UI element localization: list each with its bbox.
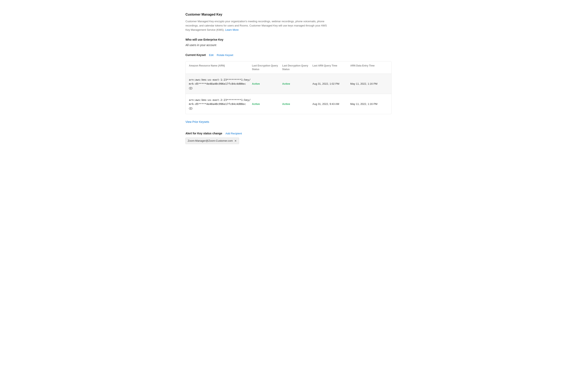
col-header-encryption: Last Encryption Query Status <box>252 64 282 71</box>
rotate-keyset-link[interactable]: Rotate Keyset <box>217 53 233 57</box>
who-will-use-section: Who will use Enterprise Key All users in… <box>185 37 392 47</box>
arn-text-1: arn:aws:kms:us-east-1:23*********1:key/m… <box>189 78 252 86</box>
query-time-1: Aug 31, 2022, 1:02 PM <box>313 82 350 86</box>
col-header-decryption: Last Decryption Query Status <box>282 64 313 71</box>
arn-text-2: arn:aws:kms:us-east-2:23*********1:key/m… <box>189 98 252 106</box>
arn-cell-2: arn:aws:kms:us-east-2:23*********1:key/m… <box>189 98 252 110</box>
keyset-table: Amazon Resource Name (ARN) Last Encrypti… <box>185 61 392 114</box>
col-header-entry-time: ARN Data Entry Time <box>350 64 388 71</box>
table-row: arn:aws:kms:us-east-2:23*********1:key/m… <box>186 94 391 114</box>
header-section: Customer Managed Key Customer Managed Ke… <box>185 12 392 32</box>
add-recipient-link[interactable]: Add Recipient <box>225 132 242 136</box>
decryption-status-1: Active <box>282 82 313 86</box>
page-description: Customer Managed Key encrypts your organ… <box>185 19 331 32</box>
edit-link[interactable]: Edit <box>209 53 213 57</box>
email-address: Zoom-Manager@Zoom-Customer.com <box>188 139 233 143</box>
page-title: Customer Managed Key <box>185 12 392 17</box>
alert-header: Alert for Key status change Add Recipien… <box>185 131 392 136</box>
table-header-row: Amazon Resource Name (ARN) Last Encrypti… <box>186 61 391 74</box>
col-header-query-time: Last ARN Query Time <box>313 64 350 71</box>
keyset-header: Current Keyset Edit Rotate Keyset <box>185 53 392 57</box>
entry-time-2: May 11, 2022, 1:16 PM <box>350 102 388 106</box>
current-keyset-section: Current Keyset Edit Rotate Keyset Amazon… <box>185 53 392 114</box>
email-tag: Zoom-Manager@Zoom-Customer.com ✕ <box>185 138 239 144</box>
decryption-status-2: Active <box>282 102 313 106</box>
remove-email-button[interactable]: ✕ <box>234 140 237 142</box>
entry-time-1: May 11, 2022, 1:16 PM <box>350 82 388 86</box>
encryption-status-2: Active <box>252 102 282 106</box>
eye-icon-2[interactable] <box>189 107 192 110</box>
eye-icon-1[interactable] <box>189 87 192 90</box>
svg-point-0 <box>189 87 192 90</box>
arn-cell-1: arn:aws:kms:us-east-1:23*********1:key/m… <box>189 78 252 90</box>
svg-point-1 <box>190 88 191 89</box>
col-header-arn: Amazon Resource Name (ARN) <box>189 64 252 71</box>
svg-point-2 <box>189 107 192 110</box>
svg-point-3 <box>190 108 191 109</box>
encryption-status-1: Active <box>252 82 282 86</box>
query-time-2: Aug 31, 2022, 9:43 AM <box>313 102 350 106</box>
who-will-use-value: All users in your account <box>185 43 392 47</box>
who-will-use-label: Who will use Enterprise Key <box>185 37 392 42</box>
learn-more-link[interactable]: Learn More <box>225 28 239 31</box>
table-row: arn:aws:kms:us-east-1:23*********1:key/m… <box>186 74 391 94</box>
alert-section: Alert for Key status change Add Recipien… <box>185 131 392 144</box>
view-prior-keysets-link[interactable]: View Prior Keysets <box>185 120 209 124</box>
alert-title: Alert for Key status change <box>185 131 222 136</box>
page-container: Customer Managed Key Customer Managed Ke… <box>177 0 400 156</box>
keyset-title: Current Keyset <box>185 53 206 57</box>
